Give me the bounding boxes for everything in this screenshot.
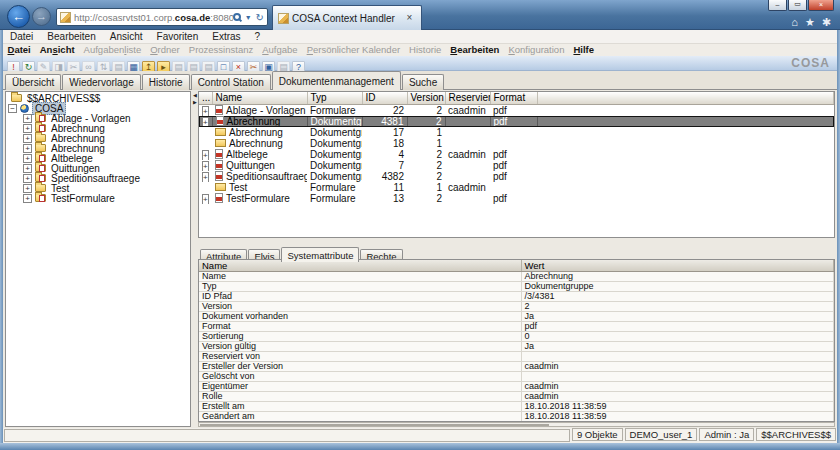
document-row[interactable]: + Ablage - Vorlagen Formulare 22 2 caadm… xyxy=(199,104,834,116)
attr-column-name[interactable]: Name xyxy=(199,260,521,272)
tree-item[interactable]: − COSA xyxy=(6,103,190,113)
tree-expander-icon[interactable]: + xyxy=(23,134,32,143)
close-button[interactable]: × xyxy=(808,0,834,11)
refresh-icon[interactable]: ↻ xyxy=(256,12,264,23)
column-header-id[interactable]: ID xyxy=(362,92,407,104)
attribute-name: Name xyxy=(199,272,521,282)
row-type-icon xyxy=(216,116,224,126)
browser-tab[interactable]: COSA Context Handler × xyxy=(272,5,422,30)
menu-prozessinstanz[interactable]: Prozessinstanz xyxy=(184,44,257,56)
main-tab[interactable]: Wiedervorlage xyxy=(62,74,140,90)
tree-expander-icon[interactable]: + xyxy=(23,194,32,203)
menu-konfiguration[interactable]: Konfiguration xyxy=(504,44,569,56)
row-expander-icon[interactable]: + xyxy=(202,106,209,116)
row-expander-icon[interactable]: + xyxy=(202,194,209,204)
status-segment: DEMO_user_1 xyxy=(625,428,698,441)
document-row[interactable]: + Speditionsauftraege Dokumentgruppe 438… xyxy=(199,171,834,182)
column-header-version[interactable]: Version xyxy=(407,92,445,104)
document-row[interactable]: + Quittungen Dokumentgruppe 7 2 pdf xyxy=(199,160,834,171)
browser-menu-item[interactable]: ? xyxy=(248,30,268,43)
tree-item[interactable]: + Abrechnung xyxy=(6,123,190,133)
attribute-row: Version gültig Ja xyxy=(199,342,834,352)
tree-item[interactable]: + Abrechnung xyxy=(6,133,190,143)
attribute-name: ID Pfad xyxy=(199,292,521,302)
menu-bearbeiten[interactable]: Bearbeiten xyxy=(446,44,504,56)
tree-item[interactable]: + Abrechnung xyxy=(6,143,190,153)
menu-ordner[interactable]: Ordner xyxy=(146,44,185,56)
tree-expander-icon[interactable]: + xyxy=(23,174,32,183)
main-tab[interactable]: Suche xyxy=(402,74,444,90)
settings-gear-icon[interactable]: ✱ xyxy=(822,16,831,28)
main-tab[interactable]: Übersicht xyxy=(5,74,61,90)
row-expander-icon[interactable]: + xyxy=(202,150,209,160)
menu-aufgabenliste[interactable]: Aufgabenliste xyxy=(79,44,146,56)
tree-expander-icon[interactable]: − xyxy=(8,104,17,113)
browser-menu-item[interactable]: Datei xyxy=(3,30,40,43)
tree-item[interactable]: + Test xyxy=(6,183,190,193)
column-header-typ[interactable]: Typ xyxy=(307,92,362,104)
column-header-expander[interactable]: ... xyxy=(199,92,212,104)
browser-menu-item[interactable]: Bearbeiten xyxy=(40,30,102,43)
home-icon[interactable]: ⌂ xyxy=(791,16,798,28)
attribute-name: Eigentümer xyxy=(199,382,521,392)
document-row[interactable]: Test Formulare 11 1 caadmin xyxy=(199,182,834,193)
browser-menu-item[interactable]: Extras xyxy=(205,30,247,43)
row-type-icon xyxy=(215,139,226,147)
attribute-name: Sortierung xyxy=(199,332,521,342)
browser-menu-item[interactable]: Ansicht xyxy=(103,30,150,43)
document-row[interactable]: + Altbelege Dokumentgruppe 4 2 caadmin p… xyxy=(199,149,834,160)
menu-persoenlicher-kalender[interactable]: Persönlicher Kalender xyxy=(302,44,404,56)
menu-ansicht[interactable]: Ansicht xyxy=(35,44,79,56)
scrollbar-thumb[interactable] xyxy=(200,424,549,426)
main-tab[interactable]: Historie xyxy=(142,74,190,90)
content-area: $$ARCHIVES$$ − COSA + Ablage - Vorlagen xyxy=(3,90,837,428)
document-row[interactable]: Abrechnung Dokumentgruppe 18 1 xyxy=(199,138,834,149)
window-controls: – ▭ × xyxy=(767,0,834,11)
tree-node-icon xyxy=(35,134,46,142)
maximize-button[interactable]: ▭ xyxy=(788,0,807,11)
search-icon[interactable] xyxy=(233,13,241,21)
document-row[interactable]: + Abrechnung Dokumentgruppe 4381 2 pdf xyxy=(199,116,834,127)
address-bar[interactable]: http://cosasrvtst01.corp.cosa.de:8080/CO… xyxy=(56,8,268,26)
row-expander-icon[interactable]: + xyxy=(202,117,209,127)
forward-button[interactable]: → xyxy=(32,7,51,26)
menu-historie[interactable]: Historie xyxy=(405,44,446,56)
menu-aufgabe[interactable]: Aufgabe xyxy=(258,44,302,56)
tree-item[interactable]: + Quittungen xyxy=(6,163,190,173)
attribute-row: Rolle caadmin xyxy=(199,392,834,402)
column-header-format[interactable]: Format xyxy=(490,92,537,104)
dropdown-icon[interactable]: ▼ xyxy=(245,14,252,21)
tree-expander-icon[interactable]: + xyxy=(23,144,32,153)
tree-expander-icon[interactable]: + xyxy=(23,154,32,163)
horizontal-scrollbar[interactable] xyxy=(198,422,835,427)
tree-item[interactable]: + Altbelege xyxy=(6,153,190,163)
tab-close-icon[interactable]: × xyxy=(403,12,416,25)
tree-item[interactable]: + Ablage - Vorlagen xyxy=(6,113,190,123)
menu-hilfe[interactable]: Hilfe xyxy=(569,44,599,56)
column-header-name[interactable]: Name xyxy=(212,92,307,104)
tree-expander-icon[interactable]: + xyxy=(23,164,32,173)
browser-menu-item[interactable]: Favoriten xyxy=(150,30,206,43)
favorites-star-icon[interactable]: ★ xyxy=(805,16,815,28)
attr-column-wert[interactable]: Wert xyxy=(521,260,834,272)
attribute-tab[interactable]: Systemattribute xyxy=(281,247,359,262)
attribute-value: Ja xyxy=(521,342,834,352)
tree-expander-icon[interactable]: + xyxy=(23,114,32,123)
main-tab[interactable]: Control Station xyxy=(191,74,271,90)
menu-datei[interactable]: Datei xyxy=(3,44,35,56)
document-row[interactable]: + TestFormulare Formulare 13 2 pdf xyxy=(199,193,834,204)
tree-item[interactable]: + TestFormulare xyxy=(6,193,190,203)
tree-expander-icon[interactable]: + xyxy=(23,184,32,193)
tree-item[interactable]: + Speditionsauftraege xyxy=(6,173,190,183)
column-header-reserviert[interactable]: Reserviert ... xyxy=(445,92,490,104)
attribute-name: Rolle xyxy=(199,392,521,402)
row-expander-icon[interactable]: + xyxy=(202,161,209,171)
row-expander-icon[interactable]: + xyxy=(202,172,209,182)
main-tab[interactable]: Dokumentenmanagement xyxy=(272,71,401,90)
document-row[interactable]: Abrechnung Dokumentgruppe 17 1 xyxy=(199,127,834,138)
column-header-filler xyxy=(537,92,834,104)
minimize-button[interactable]: – xyxy=(768,0,787,11)
app-toolbar: !↻✎◨✂∞⇅▤▦↥▸▤▤▤□×✂▣▤? COSA xyxy=(3,56,837,71)
back-button[interactable]: ← xyxy=(7,5,30,28)
tree-expander-icon[interactable]: + xyxy=(23,124,32,133)
